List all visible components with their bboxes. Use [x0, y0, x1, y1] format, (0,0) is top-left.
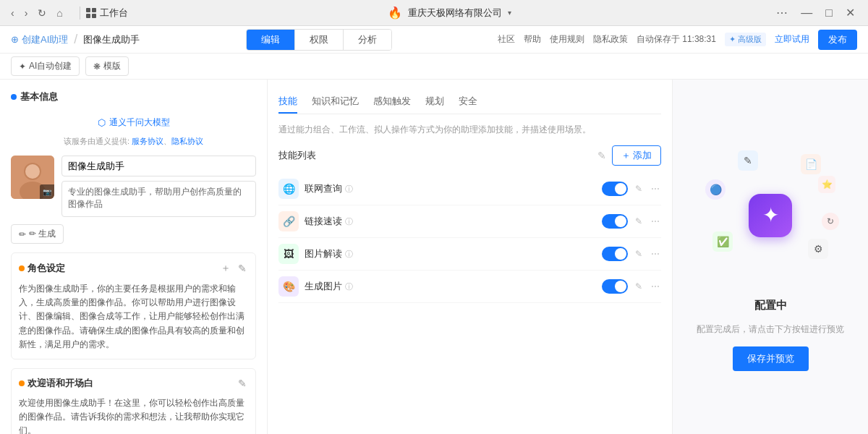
generate-button[interactable]: ✏ ✏ 生成 — [11, 224, 64, 244]
basic-info-title: 基本信息 — [20, 90, 58, 103]
window-maximize-button[interactable]: □ — [820, 4, 838, 22]
floating-icons: ✎ 📄 ⭐ 🔵 ✅ ⚙ ↻ ✦ — [698, 143, 843, 288]
community-link[interactable]: 社区 — [498, 33, 515, 46]
center-preview-icon: ✦ — [749, 194, 792, 237]
skill-tabs: 技能 知识和记忆 感知触发 规划 安全 — [278, 90, 661, 114]
skill-description: 通过能力组合、工作流、拟人操作等方式为你的助理添加技能，并描述使用场景。 — [278, 123, 661, 137]
titlebar-center: 🔥 重庆天极网络有限公司 ▾ — [128, 6, 771, 20]
gen-image-more-button[interactable]: ⋯ — [650, 280, 661, 293]
ai-create-label: AI自动创建 — [29, 60, 72, 72]
skill-header-actions: ✎ ＋ 添加 — [597, 145, 661, 166]
avatar-camera-icon[interactable]: 📷 — [40, 184, 54, 199]
gen-image-info-icon[interactable]: ⓘ — [345, 281, 353, 292]
nav-home-button[interactable]: ⌂ — [53, 5, 66, 21]
svg-point-3 — [25, 164, 40, 179]
tab-permissions[interactable]: 权限 — [295, 30, 344, 50]
skill-tab-skills[interactable]: 技能 — [278, 90, 297, 114]
try-now-link[interactable]: 立即试用 — [775, 33, 809, 46]
skill-item-image-read: 🖼 图片解读 ⓘ ✎ ⋯ — [278, 238, 661, 271]
left-panel: 基本信息 ⬡ 通义千问大模型 该服务由通义提供: 服务协议、隐私协议 — [0, 80, 268, 434]
workbench-label: 工作台 — [100, 7, 128, 20]
gen-image-edit-button[interactable]: ✎ — [634, 280, 644, 293]
image-read-toggle[interactable] — [602, 247, 628, 261]
agent-desc-input[interactable]: 专业的图像生成助手，帮助用户创作高质量的图像作品 — [61, 181, 256, 217]
navbar-right: 社区 帮助 使用规则 隐私政策 自动保存于 11:38:31 ✦ 高级版 立即试… — [498, 30, 857, 50]
deco-gear-icon: ⚙ — [808, 239, 828, 259]
skill-tab-knowledge[interactable]: 知识和记忆 — [312, 90, 359, 114]
template-label: 模版 — [103, 60, 121, 72]
role-edit-button[interactable]: ✎ — [237, 260, 248, 276]
web-search-toggle[interactable] — [602, 182, 628, 196]
template-button[interactable]: ❋ 模版 — [85, 56, 129, 76]
tab-analysis[interactable]: 分析 — [344, 30, 391, 50]
welcome-edit-button[interactable]: ✎ — [237, 376, 248, 391]
publish-button[interactable]: 发布 — [818, 30, 857, 50]
create-ai-link[interactable]: ⊕ 创建AI助理 — [11, 33, 68, 46]
skill-item-web-search: 🌐 联网查询 ⓘ ✎ ⋯ — [278, 173, 661, 205]
titlebar-separator — [80, 7, 80, 20]
role-dot — [19, 265, 25, 271]
link-read-icon: 🔗 — [278, 211, 299, 231]
privacy-agreement-link[interactable]: 隐私协议 — [171, 137, 203, 145]
deco-edit-icon: ✎ — [738, 150, 758, 171]
service-agreement-link[interactable]: 服务协议 — [132, 137, 163, 145]
basic-info-form: 📷 专业的图像生成助手，帮助用户创作高质量的图像作品 ✏ ✏ 生成 — [11, 156, 256, 244]
model-badge[interactable]: ⬡ 通义千问大模型 — [11, 112, 256, 133]
link-read-more-button[interactable]: ⋯ — [650, 215, 661, 228]
skill-tab-perception[interactable]: 感知触发 — [373, 90, 411, 114]
model-sub: 该服务由通义提供: 服务协议、隐私协议 — [11, 136, 256, 147]
window-close-button[interactable]: ✕ — [840, 3, 861, 22]
preview-area: ✎ 📄 ⭐ 🔵 ✅ ⚙ ↻ ✦ 配置中 配置完成后，请点击下方按钮进行预览 保存… — [687, 94, 854, 420]
skill-name-gen-image: 生成图片 ⓘ — [305, 280, 602, 293]
welcome-title: 欢迎语和开场白 — [19, 377, 93, 390]
basic-info-header: 基本信息 — [11, 90, 256, 103]
nav-back-button[interactable]: ‹ — [7, 5, 18, 21]
link-read-toggle[interactable] — [602, 214, 628, 229]
company-dropdown-icon[interactable]: ▾ — [508, 9, 511, 17]
gen-image-toggle[interactable] — [602, 279, 628, 294]
add-skill-button[interactable]: ＋ 添加 — [612, 145, 661, 166]
navbar-center: 编辑 权限 分析 — [147, 29, 490, 51]
deco-doc-icon: 📄 — [801, 154, 821, 174]
image-read-more-button[interactable]: ⋯ — [650, 247, 661, 260]
link-read-edit-button[interactable]: ✎ — [634, 215, 644, 228]
image-read-info-icon[interactable]: ⓘ — [345, 249, 353, 260]
preview-description: 配置完成后，请点击下方按钮进行预览 — [697, 323, 844, 336]
terms-link[interactable]: 使用规则 — [550, 33, 584, 46]
skill-edit-icon[interactable]: ✎ — [597, 150, 606, 161]
web-search-info-icon[interactable]: ⓘ — [345, 184, 353, 195]
agent-name-input[interactable] — [61, 156, 256, 176]
web-search-more-button[interactable]: ⋯ — [650, 182, 661, 195]
actionbar: ✦ AI自动创建 ❋ 模版 — [0, 54, 868, 80]
deco-check-icon: ✅ — [712, 231, 733, 252]
link-read-info-icon[interactable]: ⓘ — [345, 216, 353, 227]
gen-icon: ✏ — [19, 229, 26, 239]
welcome-section: 欢迎语和开场白 ✎ 欢迎使用图像生成助手！在这里，你可以轻松创作出高质量的图像作… — [11, 368, 256, 434]
image-read-edit-button[interactable]: ✎ — [634, 247, 644, 260]
menu-dots-button[interactable]: ⋯ — [770, 3, 793, 22]
autosave-status: 自动保存于 11:38:31 — [637, 33, 716, 46]
skill-name-web-search: 联网查询 ⓘ — [305, 182, 602, 195]
titlebar-nav: ‹ › ↻ ⌂ — [7, 5, 67, 21]
ai-create-button[interactable]: ✦ AI自动创建 — [11, 56, 80, 76]
nav-refresh-button[interactable]: ↻ — [34, 5, 50, 21]
skill-name-link-read: 链接速读 ⓘ — [305, 215, 602, 228]
breadcrumb-divider: / — [74, 32, 77, 47]
grid-icon — [86, 8, 96, 18]
navbar: ⊕ 创建AI助理 / 图像生成助手 编辑 权限 分析 社区 帮助 使用规则 隐私… — [0, 26, 868, 54]
help-link[interactable]: 帮助 — [524, 33, 541, 46]
role-title: 角色设定 — [19, 262, 65, 275]
tab-edit[interactable]: 编辑 — [247, 30, 295, 50]
save-preview-button[interactable]: 保存并预览 — [733, 346, 809, 371]
skill-tab-security[interactable]: 安全 — [459, 90, 477, 114]
link-read-controls: ✎ ⋯ — [602, 214, 661, 229]
nav-forward-button[interactable]: › — [21, 5, 32, 21]
web-search-edit-button[interactable]: ✎ — [634, 182, 644, 195]
skill-tab-planning[interactable]: 规划 — [425, 90, 444, 114]
avatar-info-right: 专业的图像生成助手，帮助用户创作高质量的图像作品 — [61, 156, 256, 217]
gen-image-controls: ✎ ⋯ — [602, 279, 661, 294]
privacy-link[interactable]: 隐私政策 — [593, 33, 628, 46]
window-minimize-button[interactable]: — — [795, 4, 818, 22]
role-header: 角色设定 ＋ ✎ — [19, 260, 248, 276]
role-add-button[interactable]: ＋ — [219, 260, 232, 276]
